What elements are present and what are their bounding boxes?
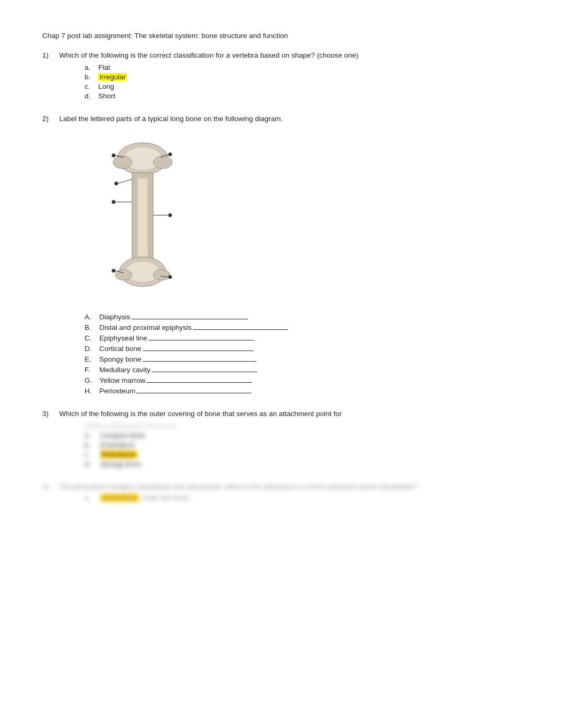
label-D-letter: D. (85, 345, 96, 353)
label-E-letter: E. (85, 355, 96, 363)
svg-rect-5 (137, 178, 148, 257)
svg-line-15 (118, 179, 132, 183)
q1-choices: a. Flat b. Irregular c. Long d. Short (85, 63, 519, 100)
q3-blurred-choices: tendons and ligaments: (choose one) a.Co… (85, 422, 519, 468)
label-B-letter: B. (85, 324, 96, 331)
choice-b-label: b. (85, 73, 94, 81)
label-B-text: Distal and proximal epiphysis (99, 324, 288, 331)
question-3: 3) Which of the following is the outer c… (42, 410, 519, 468)
question-4-blurred: 4) The periosteum contains osteoblasts a… (42, 483, 519, 502)
question-1: 1) Which of the following is the correct… (42, 51, 519, 100)
question-2-text: 2) Label the lettered parts of a typical… (42, 115, 519, 123)
label-F: F. Medullary cavity (85, 366, 519, 374)
label-E: E. Spongy bone (85, 355, 519, 363)
label-D: D. Cortical bone (85, 345, 519, 353)
bone-diagram-container (85, 133, 201, 302)
svg-point-2 (113, 156, 132, 169)
choice-b: b. Irregular (85, 73, 519, 81)
svg-point-3 (153, 156, 172, 169)
question-1-text: 1) Which of the following is the correct… (42, 51, 519, 59)
page-title: Chap 7 post lab assignment: The skeletal… (42, 32, 519, 40)
svg-point-22 (169, 275, 172, 279)
choice-d-label: d. (85, 92, 94, 100)
label-C: C. Epiphyseal line (85, 334, 519, 342)
label-F-text: Medullary cavity (99, 366, 257, 374)
label-G-text: Yellow marrow (99, 376, 252, 384)
svg-point-14 (115, 182, 118, 186)
choice-c-label: c. (85, 82, 94, 90)
label-A-letter: A. (85, 313, 96, 321)
choice-d: d. Short (85, 92, 519, 100)
q2-body: Label the lettered parts of a typical lo… (59, 115, 283, 123)
choice-a-text: Flat (98, 63, 110, 71)
svg-point-20 (112, 269, 116, 273)
svg-point-7 (126, 261, 160, 282)
choice-c-text: Long (98, 82, 114, 90)
q3-number: 3) (42, 410, 55, 418)
svg-point-16 (112, 200, 116, 204)
label-C-text: Epiphyseal line (99, 334, 254, 342)
bone-diagram-svg (85, 133, 201, 302)
label-H-letter: H. (85, 387, 96, 395)
label-D-text: Cortical bone (99, 345, 254, 353)
question-2: 2) Label the lettered parts of a typical… (42, 115, 519, 395)
svg-point-9 (153, 270, 170, 280)
label-H-text: Periosteum (99, 387, 251, 395)
label-A: A. Diaphysis (85, 313, 519, 321)
label-A-text: Diaphysis (99, 313, 248, 321)
q1-number: 1) (42, 51, 55, 59)
label-H: H. Periosteum (85, 387, 519, 395)
choice-d-text: Short (98, 92, 115, 100)
label-E-text: Spongy bone (99, 355, 256, 363)
svg-point-18 (169, 214, 172, 217)
choice-a-label: a. (85, 63, 94, 71)
label-F-letter: F. (85, 366, 96, 374)
svg-point-12 (169, 153, 172, 156)
label-C-letter: C. (85, 334, 96, 342)
choice-b-text: Irregular (98, 73, 127, 81)
label-G-letter: G. (85, 376, 96, 384)
label-B: B. Distal and proximal epiphysis (85, 324, 519, 331)
question-3-text: 3) Which of the following is the outer c… (42, 410, 519, 418)
labels-list: A. Diaphysis B. Distal and proximal epip… (85, 313, 519, 395)
choice-c: c. Long (85, 82, 519, 90)
q1-body: Which of the following is the correct cl… (59, 51, 359, 59)
choice-a: a. Flat (85, 63, 519, 71)
label-G: G. Yellow marrow (85, 376, 519, 384)
svg-point-10 (112, 154, 116, 158)
q2-number: 2) (42, 115, 55, 123)
q3-body: Which of the following is the outer cove… (59, 410, 342, 418)
